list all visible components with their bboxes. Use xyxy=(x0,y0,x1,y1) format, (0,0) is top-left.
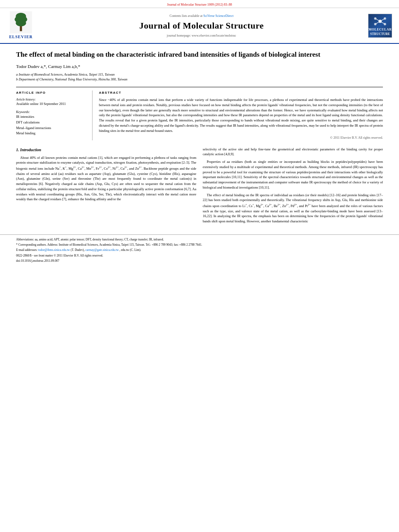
journal-name: Journal of Molecular Structure xyxy=(41,20,362,32)
badge-molecule-icon xyxy=(372,15,388,27)
badge-line1: MOLECULAR xyxy=(368,27,391,32)
keywords-label: Keywords: xyxy=(16,110,87,114)
email1-name: (T. Dudev), xyxy=(71,248,85,252)
article-content: The effect of metal binding on the chara… xyxy=(0,44,399,234)
affiliation-a: a Institute of Biomedical Sciences, Acad… xyxy=(16,72,383,77)
doi-note: doi:10.1016/j.molstruc.2011.09.007 xyxy=(16,259,383,263)
badge-line2: STRUCTURE xyxy=(370,32,390,36)
email-label: E-mail addresses: xyxy=(16,248,37,252)
abstract-col: ABSTRACT Since ~40% of all proteins cont… xyxy=(99,90,383,140)
keywords-list: IR intensities DFT calculations Metal–li… xyxy=(16,114,87,136)
article-title: The effect of metal binding on the chara… xyxy=(16,50,383,60)
journal-top-bar: Journal of Molecular Structure 1009 (201… xyxy=(0,0,399,8)
body-col-right: selectivity of the active site and help … xyxy=(203,147,383,226)
journal-header: ELSEVIER Contents lists available at Sci… xyxy=(0,8,399,44)
article-authors: Todor Dudev a,*, Carmay Lim a,b,* xyxy=(16,64,383,70)
badge-box: MOLECULAR STRUCTURE xyxy=(368,14,392,38)
keyword-3: Metal–ligand interactions xyxy=(16,125,87,131)
email-note: E-mail addresses: todor@ibms.sinica.edu.… xyxy=(16,248,383,252)
intro-p1: About 40% of all known proteins contain … xyxy=(16,155,196,202)
article-info-label: ARTICLE INFO xyxy=(16,90,87,95)
history-label: Article history: xyxy=(16,97,87,102)
body-text: 1. Introduction About 40% of all known p… xyxy=(16,147,383,226)
journal-citation: Journal of Molecular Structure 1009 (201… xyxy=(167,3,232,6)
abbreviations-note: Abbreviations: aa, amino acid; APT, atom… xyxy=(16,237,383,242)
abstract-label: ABSTRACT xyxy=(99,90,383,95)
article-info-abstract: ARTICLE INFO Article history: Available … xyxy=(16,87,383,140)
email2-suffix: , edu.tw (C. Lim). xyxy=(119,248,141,252)
journal-homepage: journal homepage: www.elsevier.com/locat… xyxy=(41,33,362,38)
sciverse-line: Contents lists available at SciVerse Sci… xyxy=(41,14,362,18)
affiliation-b: b Department of Chemistry, National Tsin… xyxy=(16,77,383,82)
svg-point-4 xyxy=(16,20,26,26)
keyword-2: DFT calculations xyxy=(16,120,87,125)
journal-badge: MOLECULAR STRUCTURE xyxy=(366,14,394,38)
right-p1: selectivity of the active site and help … xyxy=(203,147,383,157)
page: Journal of Molecular Structure 1009 (201… xyxy=(0,0,399,532)
corresponding-note: * Corresponding authors. Address: Instit… xyxy=(16,242,383,247)
elsevier-label: ELSEVIER xyxy=(9,34,33,40)
keywords-group: Keywords: IR intensities DFT calculation… xyxy=(16,110,87,136)
sciverse-link[interactable]: SciVerse ScienceDirect xyxy=(204,14,234,18)
email2-link[interactable]: carmay@gate.sinica.edu.tw xyxy=(85,248,119,252)
article-info-col: ARTICLE INFO Article history: Available … xyxy=(16,90,93,140)
body-col-left: 1. Introduction About 40% of all known p… xyxy=(16,147,196,226)
history-value: Available online 10 September 2011 xyxy=(16,102,87,107)
elsevier-tree-icon xyxy=(9,11,33,33)
issn-note: 0022-2860/$ - see front matter © 2011 El… xyxy=(16,253,383,258)
intro-heading: 1. Introduction xyxy=(16,147,196,153)
keyword-1: IR intensities xyxy=(16,114,87,120)
article-affiliations: a Institute of Biomedical Sciences, Acad… xyxy=(16,72,383,82)
elsevier-logo: ELSEVIER xyxy=(5,11,37,40)
abstract-text: Since ~40% of all proteins contain metal… xyxy=(99,97,383,133)
email1-link[interactable]: todor@ibms.sinica.edu.tw xyxy=(38,248,70,252)
article-history-group: Article history: Available online 10 Sep… xyxy=(16,97,87,107)
copyright-line: © 2011 Elsevier B.V. All rights reserved… xyxy=(99,136,383,140)
page-footer: Abbreviations: aa, amino acid; APT, atom… xyxy=(0,234,399,265)
journal-header-center: Contents lists available at SciVerse Sci… xyxy=(41,14,362,38)
right-p3: The effect of metal binding on the IR sp… xyxy=(203,193,383,224)
keyword-4: Metal binding xyxy=(16,131,87,136)
svg-rect-1 xyxy=(20,26,22,31)
right-p2: Properties of aa residues (both as singl… xyxy=(203,159,383,190)
